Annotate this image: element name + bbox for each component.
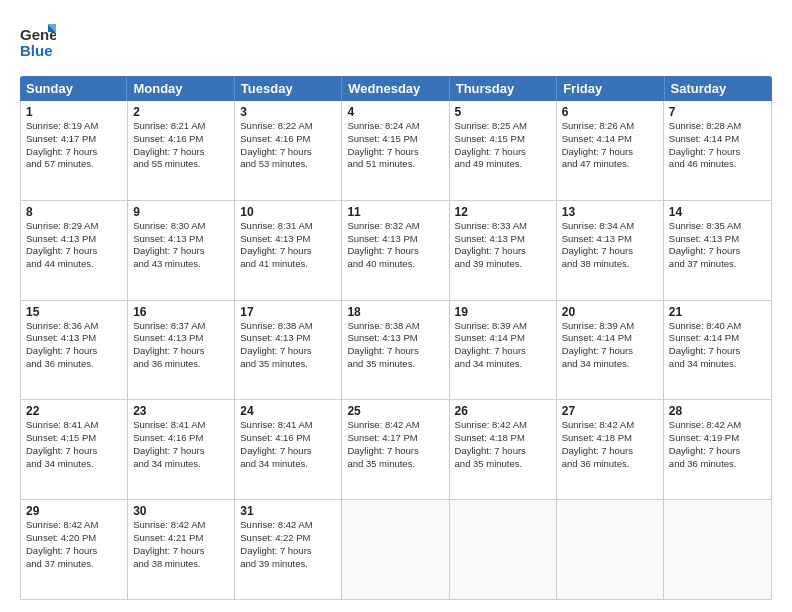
day-number: 13 [562,205,658,219]
calendar-cell: 5Sunrise: 8:25 AM Sunset: 4:15 PM Daylig… [450,101,557,200]
weekday-header-tuesday: Tuesday [235,76,342,101]
day-info: Sunrise: 8:24 AM Sunset: 4:15 PM Dayligh… [347,120,443,171]
day-info: Sunrise: 8:38 AM Sunset: 4:13 PM Dayligh… [240,320,336,371]
day-number: 25 [347,404,443,418]
day-info: Sunrise: 8:35 AM Sunset: 4:13 PM Dayligh… [669,220,766,271]
day-number: 12 [455,205,551,219]
calendar-header: SundayMondayTuesdayWednesdayThursdayFrid… [20,76,772,101]
calendar-cell: 2Sunrise: 8:21 AM Sunset: 4:16 PM Daylig… [128,101,235,200]
calendar-week-1: 1Sunrise: 8:19 AM Sunset: 4:17 PM Daylig… [21,101,771,201]
calendar-cell [557,500,664,599]
weekday-header-monday: Monday [127,76,234,101]
calendar-cell: 23Sunrise: 8:41 AM Sunset: 4:16 PM Dayli… [128,400,235,499]
calendar-cell: 31Sunrise: 8:42 AM Sunset: 4:22 PM Dayli… [235,500,342,599]
day-info: Sunrise: 8:36 AM Sunset: 4:13 PM Dayligh… [26,320,122,371]
day-info: Sunrise: 8:42 AM Sunset: 4:17 PM Dayligh… [347,419,443,470]
weekday-header-sunday: Sunday [20,76,127,101]
day-info: Sunrise: 8:42 AM Sunset: 4:20 PM Dayligh… [26,519,122,570]
day-info: Sunrise: 8:42 AM Sunset: 4:22 PM Dayligh… [240,519,336,570]
day-info: Sunrise: 8:38 AM Sunset: 4:13 PM Dayligh… [347,320,443,371]
day-number: 16 [133,305,229,319]
weekday-header-thursday: Thursday [450,76,557,101]
day-info: Sunrise: 8:42 AM Sunset: 4:19 PM Dayligh… [669,419,766,470]
weekday-header-friday: Friday [557,76,664,101]
day-info: Sunrise: 8:41 AM Sunset: 4:16 PM Dayligh… [133,419,229,470]
calendar-cell [450,500,557,599]
day-number: 10 [240,205,336,219]
day-info: Sunrise: 8:25 AM Sunset: 4:15 PM Dayligh… [455,120,551,171]
day-number: 21 [669,305,766,319]
day-number: 17 [240,305,336,319]
calendar-cell: 14Sunrise: 8:35 AM Sunset: 4:13 PM Dayli… [664,201,771,300]
day-number: 31 [240,504,336,518]
calendar-cell: 9Sunrise: 8:30 AM Sunset: 4:13 PM Daylig… [128,201,235,300]
calendar-cell: 3Sunrise: 8:22 AM Sunset: 4:16 PM Daylig… [235,101,342,200]
calendar-cell [342,500,449,599]
day-number: 2 [133,105,229,119]
calendar-week-4: 22Sunrise: 8:41 AM Sunset: 4:15 PM Dayli… [21,400,771,500]
calendar-cell: 12Sunrise: 8:33 AM Sunset: 4:13 PM Dayli… [450,201,557,300]
day-info: Sunrise: 8:28 AM Sunset: 4:14 PM Dayligh… [669,120,766,171]
calendar-cell [664,500,771,599]
day-number: 1 [26,105,122,119]
day-number: 15 [26,305,122,319]
calendar-cell: 25Sunrise: 8:42 AM Sunset: 4:17 PM Dayli… [342,400,449,499]
day-number: 26 [455,404,551,418]
day-info: Sunrise: 8:39 AM Sunset: 4:14 PM Dayligh… [455,320,551,371]
day-info: Sunrise: 8:19 AM Sunset: 4:17 PM Dayligh… [26,120,122,171]
day-info: Sunrise: 8:22 AM Sunset: 4:16 PM Dayligh… [240,120,336,171]
day-number: 23 [133,404,229,418]
day-info: Sunrise: 8:31 AM Sunset: 4:13 PM Dayligh… [240,220,336,271]
calendar-cell: 11Sunrise: 8:32 AM Sunset: 4:13 PM Dayli… [342,201,449,300]
calendar-week-2: 8Sunrise: 8:29 AM Sunset: 4:13 PM Daylig… [21,201,771,301]
day-number: 9 [133,205,229,219]
day-number: 4 [347,105,443,119]
svg-text:Blue: Blue [20,42,53,59]
day-info: Sunrise: 8:42 AM Sunset: 4:21 PM Dayligh… [133,519,229,570]
day-number: 14 [669,205,766,219]
day-number: 30 [133,504,229,518]
calendar-body: 1Sunrise: 8:19 AM Sunset: 4:17 PM Daylig… [20,101,772,600]
day-info: Sunrise: 8:34 AM Sunset: 4:13 PM Dayligh… [562,220,658,271]
day-info: Sunrise: 8:21 AM Sunset: 4:16 PM Dayligh… [133,120,229,171]
calendar-cell: 29Sunrise: 8:42 AM Sunset: 4:20 PM Dayli… [21,500,128,599]
calendar-cell: 4Sunrise: 8:24 AM Sunset: 4:15 PM Daylig… [342,101,449,200]
weekday-header-wednesday: Wednesday [342,76,449,101]
day-info: Sunrise: 8:42 AM Sunset: 4:18 PM Dayligh… [562,419,658,470]
calendar-page: General Blue SundayMondayTuesdayWednesda… [0,0,792,612]
calendar-cell: 17Sunrise: 8:38 AM Sunset: 4:13 PM Dayli… [235,301,342,400]
weekday-header-saturday: Saturday [665,76,772,101]
day-number: 24 [240,404,336,418]
page-header: General Blue [20,18,772,66]
calendar-cell: 8Sunrise: 8:29 AM Sunset: 4:13 PM Daylig… [21,201,128,300]
calendar-cell: 27Sunrise: 8:42 AM Sunset: 4:18 PM Dayli… [557,400,664,499]
calendar-cell: 18Sunrise: 8:38 AM Sunset: 4:13 PM Dayli… [342,301,449,400]
day-number: 20 [562,305,658,319]
day-info: Sunrise: 8:32 AM Sunset: 4:13 PM Dayligh… [347,220,443,271]
day-number: 11 [347,205,443,219]
day-number: 19 [455,305,551,319]
calendar-week-5: 29Sunrise: 8:42 AM Sunset: 4:20 PM Dayli… [21,500,771,599]
calendar-cell: 21Sunrise: 8:40 AM Sunset: 4:14 PM Dayli… [664,301,771,400]
calendar-cell: 7Sunrise: 8:28 AM Sunset: 4:14 PM Daylig… [664,101,771,200]
day-number: 27 [562,404,658,418]
day-number: 28 [669,404,766,418]
day-number: 29 [26,504,122,518]
day-info: Sunrise: 8:33 AM Sunset: 4:13 PM Dayligh… [455,220,551,271]
day-info: Sunrise: 8:42 AM Sunset: 4:18 PM Dayligh… [455,419,551,470]
day-number: 3 [240,105,336,119]
calendar-cell: 28Sunrise: 8:42 AM Sunset: 4:19 PM Dayli… [664,400,771,499]
day-info: Sunrise: 8:37 AM Sunset: 4:13 PM Dayligh… [133,320,229,371]
calendar-cell: 15Sunrise: 8:36 AM Sunset: 4:13 PM Dayli… [21,301,128,400]
calendar-cell: 16Sunrise: 8:37 AM Sunset: 4:13 PM Dayli… [128,301,235,400]
calendar-cell: 13Sunrise: 8:34 AM Sunset: 4:13 PM Dayli… [557,201,664,300]
day-info: Sunrise: 8:26 AM Sunset: 4:14 PM Dayligh… [562,120,658,171]
calendar-cell: 26Sunrise: 8:42 AM Sunset: 4:18 PM Dayli… [450,400,557,499]
day-number: 18 [347,305,443,319]
calendar-cell: 30Sunrise: 8:42 AM Sunset: 4:21 PM Dayli… [128,500,235,599]
day-number: 8 [26,205,122,219]
day-info: Sunrise: 8:40 AM Sunset: 4:14 PM Dayligh… [669,320,766,371]
calendar-cell: 10Sunrise: 8:31 AM Sunset: 4:13 PM Dayli… [235,201,342,300]
day-info: Sunrise: 8:30 AM Sunset: 4:13 PM Dayligh… [133,220,229,271]
calendar-cell: 6Sunrise: 8:26 AM Sunset: 4:14 PM Daylig… [557,101,664,200]
